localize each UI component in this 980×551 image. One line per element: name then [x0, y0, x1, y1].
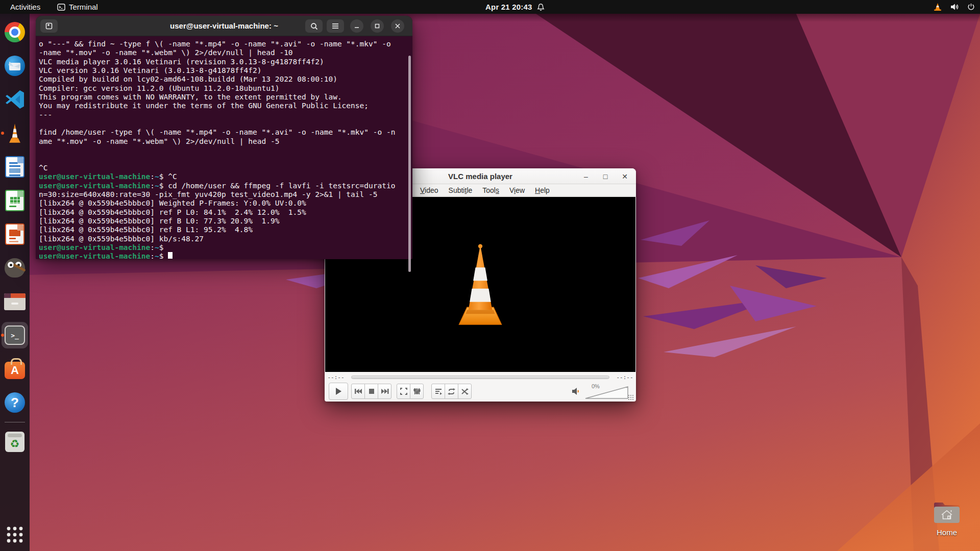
fullscreen-button[interactable]: [397, 384, 410, 399]
resize-grip[interactable]: [628, 394, 634, 400]
dock-item-vscode[interactable]: [4, 88, 26, 111]
terminal-window-title: user@user-virtual-machine: ~: [170, 21, 278, 30]
minimize-button[interactable]: [350, 19, 363, 33]
close-button[interactable]: [391, 19, 404, 33]
home-folder-label: Home: [930, 528, 964, 537]
app-grid-icon: [6, 526, 23, 543]
vlc-time-elapsed: --:--: [325, 374, 347, 381]
terminal-line: [libx264 @ 0x559b4e5bbbc0] kb/s:48.27: [39, 235, 412, 243]
vlc-controls: 0%: [325, 382, 636, 402]
top-bar: Activities Terminal Apr 21 20:43: [0, 0, 980, 14]
power-icon[interactable]: [967, 3, 975, 11]
vlc-seek-row: --:-- --:--: [325, 372, 636, 382]
terminal-line: You may redistribute it under the terms …: [39, 102, 412, 110]
vlc-maximize-button[interactable]: □: [601, 172, 609, 181]
clock[interactable]: Apr 21 20:43: [485, 0, 532, 14]
dock-item-files[interactable]: [4, 290, 26, 313]
terminal-icon: >_: [5, 325, 25, 345]
terminal-line: VLC version 3.0.16 Vetinari (3.0.13-8-g4…: [39, 66, 412, 75]
dock-item-calc[interactable]: [4, 189, 26, 212]
vlc-menu-subtitle[interactable]: Subtitle: [446, 186, 476, 194]
vscode-icon: [5, 89, 25, 110]
desktop: VLC media player – □ ✕ VideoSubtitleTool…: [0, 0, 980, 551]
vlc-menu-video[interactable]: Video: [417, 186, 442, 194]
dock-item-trash[interactable]: ♻: [4, 431, 26, 453]
terminal-line: user@user-virtual-machine:~$: [39, 243, 412, 252]
search-button[interactable]: [305, 19, 323, 33]
dock-item-help[interactable]: ?: [4, 391, 26, 414]
terminal-line: Compiler: gcc version 11.2.0 (Ubuntu 11.…: [39, 84, 412, 93]
new-tab-button[interactable]: [40, 19, 58, 33]
dock-item-gimp[interactable]: [4, 257, 26, 279]
dock-item-impress[interactable]: [4, 223, 26, 245]
dock-separator: [5, 422, 25, 422]
play-button[interactable]: [329, 383, 348, 400]
vlc-minimize-button[interactable]: –: [582, 172, 590, 181]
gimp-icon: [5, 258, 25, 278]
mute-icon[interactable]: [572, 387, 580, 396]
dock-item-terminal[interactable]: >_: [4, 324, 26, 346]
thunderbird-icon: [5, 56, 25, 76]
trash-icon: ♻: [5, 432, 24, 452]
terminal-line: -name "*.mov" -o -name "*.webm" \) 2>/de…: [39, 48, 412, 57]
terminal-line: [39, 119, 412, 128]
previous-button[interactable]: [351, 384, 365, 399]
terminal-line: This program comes with NO WARRANTY, to …: [39, 93, 412, 102]
vlc-cone-logo: [447, 241, 513, 329]
vlc-icon: [5, 123, 24, 143]
terminal-window: user@user-virtual-machine: ~ o "---" && …: [36, 16, 412, 259]
vlc-time-total: --:--: [614, 374, 636, 381]
focused-app-menu[interactable]: Terminal: [57, 0, 98, 14]
volume-slider[interactable]: [585, 386, 629, 399]
volume-icon[interactable]: [950, 3, 959, 11]
dock-item-vlc[interactable]: [4, 122, 26, 144]
terminal-line: [libx264 @ 0x559b4e5bbbc0] ref B L0: 77.…: [39, 217, 412, 226]
loop-button[interactable]: [445, 384, 458, 399]
calc-icon: [5, 190, 24, 211]
terminal-line: user@user-virtual-machine:~$ cd /home/us…: [39, 182, 412, 190]
terminal-cursor: [168, 252, 173, 259]
ubuntu-software-icon: A: [5, 362, 25, 379]
playlist-button[interactable]: [431, 384, 445, 399]
vlc-menu-tools[interactable]: Tools: [479, 186, 502, 194]
terminal-line: [39, 155, 412, 163]
maximize-button[interactable]: [371, 19, 384, 33]
terminal-line: user@user-virtual-machine:~$ ^C: [39, 172, 412, 181]
home-folder-icon[interactable]: Home: [930, 501, 964, 537]
shuffle-button[interactable]: [458, 384, 472, 399]
terminal-scrollbar[interactable]: [408, 56, 411, 272]
activities-button[interactable]: Activities: [7, 0, 43, 14]
dock-item-thunderbird[interactable]: [4, 55, 26, 77]
focused-app-name: Terminal: [69, 3, 98, 11]
terminal-app-icon: [57, 4, 65, 11]
stop-button[interactable]: [364, 384, 378, 399]
terminal-titlebar[interactable]: user@user-virtual-machine: ~: [36, 16, 412, 36]
terminal-content[interactable]: o "---" && find ~ -type f \( -name "*.mp…: [36, 36, 412, 259]
writer-icon: [5, 156, 24, 178]
vlc-close-button[interactable]: ✕: [621, 172, 629, 181]
dock-item-writer[interactable]: [4, 156, 26, 178]
files-icon: [4, 293, 26, 310]
vlc-menu-view[interactable]: View: [506, 186, 528, 194]
terminal-line: user@user-virtual-machine:~$: [39, 252, 412, 259]
terminal-line: ---: [39, 111, 412, 119]
vlc-seek-slider[interactable]: [351, 375, 609, 379]
terminal-line: ^C: [39, 164, 412, 172]
system-tray[interactable]: [933, 0, 975, 14]
terminal-line: o "---" && find ~ -type f \( -name "*.mp…: [39, 40, 412, 48]
vlc-tray-cone-icon[interactable]: [933, 3, 942, 11]
running-indicator: [1, 132, 4, 135]
terminal-line: [39, 146, 412, 155]
menu-button[interactable]: [327, 19, 344, 33]
dock-item-appgrid[interactable]: [4, 523, 26, 546]
chrome-icon: [5, 22, 25, 42]
notification-bell-icon[interactable]: [537, 0, 545, 14]
dock-item-chrome[interactable]: [4, 21, 26, 43]
terminal-line: [libx264 @ 0x559b4e5bbbc0] ref B L1: 95.…: [39, 226, 412, 234]
next-button[interactable]: [378, 384, 391, 399]
terminal-line: find /home/user -type f \( -name "*.mp4"…: [39, 128, 412, 137]
adjustments-button[interactable]: [410, 384, 424, 399]
terminal-line: [libx264 @ 0x559b4e5bbbc0] ref P L0: 84.…: [39, 208, 412, 217]
vlc-menu-help[interactable]: Help: [532, 186, 553, 194]
dock-item-software[interactable]: A: [4, 358, 26, 380]
